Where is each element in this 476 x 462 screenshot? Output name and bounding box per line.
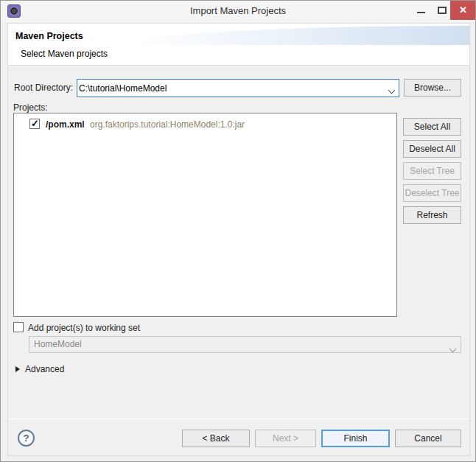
next-button: Next > (255, 430, 316, 447)
advanced-expander-label[interactable]: Advanced (25, 364, 64, 374)
maximize-button[interactable] (433, 1, 452, 20)
select-tree-button: Select Tree (403, 162, 461, 180)
banner-swoosh (130, 26, 469, 45)
project-artifact: org.faktorips.tutorial:HomeModel:1.0:jar (90, 119, 245, 130)
minimize-button[interactable] (410, 1, 433, 20)
projects-list[interactable]: ✓ /pom.xml org.faktorips.tutorial:HomeMo… (13, 113, 397, 317)
footer-separator (8, 419, 469, 419)
deselect-all-button[interactable]: Deselect All (403, 140, 461, 158)
working-set-checkbox[interactable] (13, 322, 24, 332)
back-button[interactable]: < Back (182, 430, 250, 447)
maximize-icon (438, 7, 447, 14)
wizard-header: Maven Projects Select Maven projects (7, 23, 470, 66)
working-set-combo-value: HomeModel (34, 339, 82, 349)
close-button[interactable]: ✕ (450, 1, 476, 20)
chevron-down-icon (450, 341, 455, 357)
working-set-combo: HomeModel (29, 336, 461, 353)
list-item[interactable]: ✓ /pom.xml org.faktorips.tutorial:HomeMo… (14, 116, 396, 133)
deselect-tree-button: Deselect Tree (403, 184, 461, 202)
browse-button[interactable]: Browse... (404, 79, 461, 97)
import-maven-projects-dialog: Import Maven Projects ✕ Maven Projects S… (0, 0, 476, 462)
cancel-button[interactable]: Cancel (395, 430, 461, 447)
title-bar: Import Maven Projects ✕ (1, 1, 475, 22)
select-all-button[interactable]: Select All (403, 118, 461, 136)
projects-label: Projects: (13, 102, 48, 113)
project-path: /pom.xml (46, 119, 85, 130)
project-checkbox[interactable]: ✓ (29, 119, 40, 129)
advanced-expander-icon[interactable] (15, 366, 20, 372)
root-directory-input[interactable] (79, 80, 377, 96)
page-subtitle: Select Maven projects (21, 49, 108, 59)
chevron-down-icon[interactable] (389, 85, 394, 95)
working-set-label[interactable]: Add project(s) to working set (28, 323, 140, 333)
refresh-button[interactable]: Refresh (403, 206, 461, 224)
finish-button[interactable]: Finish (321, 430, 390, 447)
root-directory-label: Root Directory: (14, 83, 73, 93)
help-button[interactable]: ? (18, 430, 35, 447)
check-icon: ✓ (31, 118, 39, 129)
window-title: Import Maven Projects (1, 5, 475, 16)
root-directory-combo[interactable] (77, 79, 399, 97)
minimize-icon (417, 12, 425, 13)
page-title: Maven Projects (15, 31, 83, 41)
